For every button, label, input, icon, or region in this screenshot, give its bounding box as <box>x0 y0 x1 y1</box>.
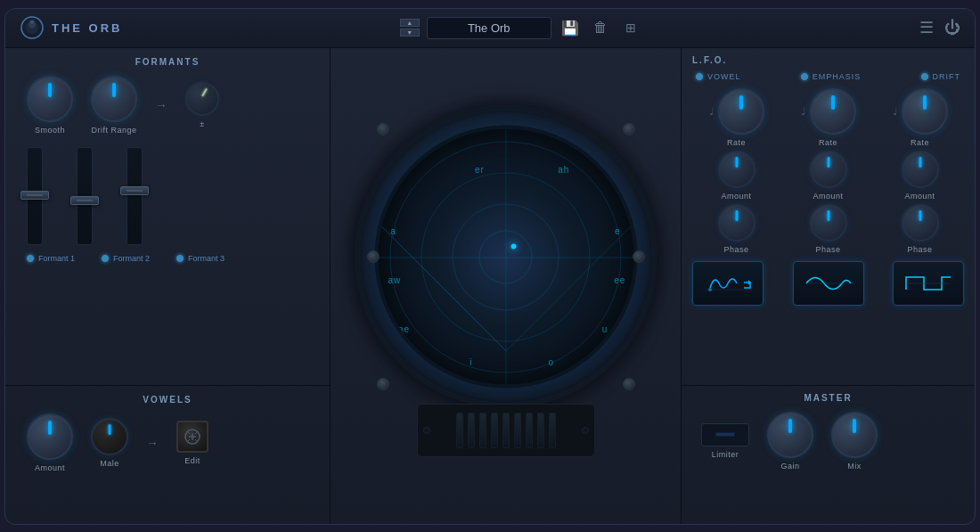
gain-label: Gain <box>780 462 799 471</box>
formant3-slider[interactable] <box>127 147 143 245</box>
lfo-emphasis-rate-knob[interactable] <box>810 88 856 135</box>
formant3-label[interactable]: Formant 3 <box>176 254 225 263</box>
lfo-drift-phase-knob[interactable] <box>902 204 939 241</box>
smooth-knob-group: Smooth <box>27 76 73 135</box>
drift-range-knob[interactable] <box>91 76 137 122</box>
pm-label: ± <box>200 119 204 128</box>
logo-text: THE ORB <box>52 21 123 35</box>
lfo-emphasis-phase-label: Phase <box>815 245 840 254</box>
grill-bar-8 <box>537 413 544 448</box>
vowel-amount-knob-group: Amount <box>27 413 73 472</box>
lfo-vowel-phase-knob[interactable] <box>718 204 755 241</box>
mix-knob[interactable] <box>831 412 878 458</box>
lfo-emphasis-toggle[interactable]: EMPHASIS <box>801 72 862 81</box>
vowels-controls: Amount Male → Edit <box>18 413 317 472</box>
delete-button[interactable]: 🗑 <box>589 16 612 39</box>
lfo-emphasis-rate-row: ♩ <box>801 88 856 135</box>
lfo-drift-toggle[interactable]: DRIFT <box>921 72 961 81</box>
drift-range-label: Drift Range <box>91 126 136 135</box>
lfo-section: L.F.O. VOWEL EMPHASIS DRIFT <box>682 48 975 386</box>
smooth-knob[interactable] <box>27 76 73 122</box>
grill-bar-1 <box>456 413 463 448</box>
lfo-drift-rate-knob[interactable] <box>902 88 948 135</box>
svg-point-3 <box>30 20 34 24</box>
preset-nav: ▲ ▼ <box>400 19 420 37</box>
grill-bar-4 <box>491 413 498 448</box>
lfo-vowel-amount-knob[interactable] <box>718 151 755 188</box>
grill-bar-9 <box>549 413 556 448</box>
waveform-loop-button[interactable] <box>692 261 764 306</box>
logo-icon <box>20 15 45 40</box>
grill-dot-r <box>582 427 589 434</box>
waveform-square-button[interactable] <box>893 261 964 306</box>
lfo-drift-amount-knob[interactable] <box>902 151 939 188</box>
pm-knob[interactable] <box>185 82 219 116</box>
orb-label-ae: ae <box>398 323 410 333</box>
limiter-button[interactable] <box>701 423 749 446</box>
lfo-emphasis-phase-knob[interactable] <box>810 204 847 241</box>
save-button[interactable]: 💾 <box>559 16 582 39</box>
orb-diagonal <box>378 129 633 385</box>
power-button[interactable]: ⏻ <box>944 19 960 37</box>
orb-label-e: e <box>615 226 621 236</box>
right-panel: L.F.O. VOWEL EMPHASIS DRIFT <box>681 48 975 524</box>
screw-bl <box>377 378 389 390</box>
grill-bar-7 <box>526 413 533 448</box>
drift-power-icon <box>921 73 928 80</box>
pm-knob-group: ± <box>185 82 219 128</box>
edit-button[interactable] <box>176 421 208 453</box>
gain-knob[interactable] <box>767 412 813 458</box>
center-panel: er ah a e aw ee ae u i o <box>331 48 681 524</box>
note-icon-3: ♩ <box>893 105 898 118</box>
orb-label-u: u <box>602 323 608 333</box>
orb-label-ah: ah <box>558 165 569 175</box>
formant3-power-icon <box>176 255 184 262</box>
vowel-male-label: Male <box>100 459 119 468</box>
lfo-columns: ♩ Rate Amount Phase ♩ <box>692 88 964 254</box>
vowel-amount-knob[interactable] <box>27 413 73 460</box>
vowel-male-knob[interactable] <box>91 418 128 455</box>
edit-knob-group: Edit <box>176 421 208 465</box>
lfo-col-drift: ♩ Rate Amount Phase <box>876 88 964 254</box>
header-center: ▲ ▼ The Orb 💾 🗑 ⊞ <box>123 16 920 39</box>
master-title: MASTER <box>692 393 964 403</box>
vowel-male-knob-group: Male <box>91 418 128 468</box>
formant1-label[interactable]: Formant 1 <box>27 254 75 263</box>
preset-down-button[interactable]: ▼ <box>400 29 420 37</box>
screw-tr <box>623 123 635 135</box>
grill-bar-5 <box>502 413 510 448</box>
limiter-label: Limiter <box>712 450 739 459</box>
grid-button[interactable]: ⊞ <box>619 16 642 39</box>
vowel-power-icon <box>696 73 703 80</box>
formants-title: FORMANTS <box>18 57 317 67</box>
lfo-title: L.F.O. <box>692 55 727 65</box>
sliders-row <box>18 147 317 245</box>
formants-bottom: Formant 1 Formant 2 Formant 3 <box>18 254 317 263</box>
lfo-emphasis-amount-knob[interactable] <box>810 151 847 188</box>
lfo-vowel-phase-label: Phase <box>723 245 748 254</box>
orb-label-aw: aw <box>388 274 401 284</box>
screw-ml <box>367 250 380 263</box>
left-panel: FORMANTS Smooth Drift Range → ± <box>5 48 331 524</box>
screw-tl <box>377 123 389 135</box>
menu-button[interactable]: ☰ <box>919 18 934 37</box>
formant2-slider[interactable] <box>77 147 93 245</box>
waveform-sine-button[interactable] <box>793 261 864 306</box>
note-icon-2: ♩ <box>801 105 806 118</box>
lfo-vowel-toggle[interactable]: VOWEL <box>696 72 741 81</box>
limiter-light <box>715 432 735 437</box>
vowels-title: VOWELS <box>18 395 317 405</box>
orb-label-er: er <box>475 165 485 175</box>
lfo-vowel-rate-knob[interactable] <box>718 88 764 135</box>
lfo-vowel-rate-row: ♩ <box>709 88 764 135</box>
orb-display[interactable]: er ah a e aw ee ae u i o <box>374 126 637 389</box>
orb-frame: er ah a e aw ee ae u i o <box>363 114 649 399</box>
formant1-slider[interactable] <box>27 147 43 245</box>
grill-bar-2 <box>468 413 475 448</box>
smooth-label: Smooth <box>35 126 65 135</box>
drift-range-knob-group: Drift Range <box>91 76 137 135</box>
formant2-label[interactable]: Formant 2 <box>102 254 150 263</box>
preset-up-button[interactable]: ▲ <box>400 19 420 27</box>
header: THE ORB ▲ ▼ The Orb 💾 🗑 ⊞ ☰ ⏻ <box>5 9 975 48</box>
preset-name-display: The Orb <box>427 17 551 39</box>
